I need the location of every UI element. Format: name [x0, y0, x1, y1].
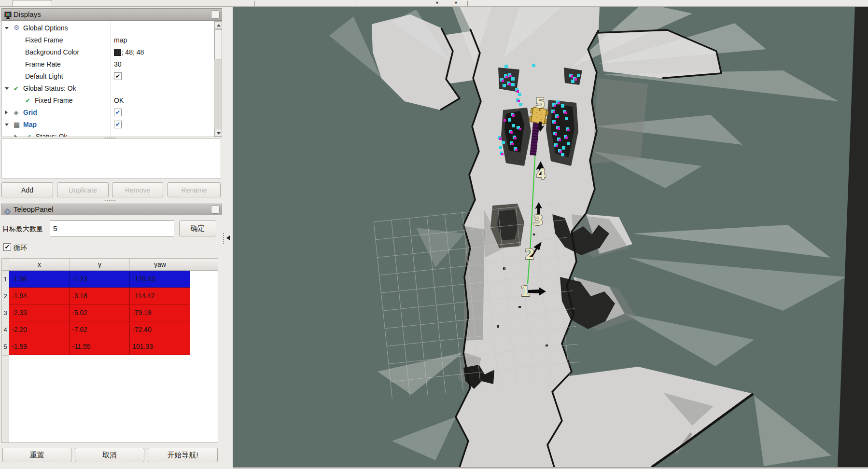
pose-trail: [533, 122, 536, 155]
triangle-up-icon: [217, 24, 221, 27]
tree-row-background-color[interactable]: Background Color 48; 48; 48: [2, 46, 213, 58]
rviz-3d-viewport[interactable]: 1 2 3 4 5: [233, 7, 868, 467]
dropdown-caret-icon[interactable]: ▼: [454, 0, 458, 6]
property-label: Frame Rate: [25, 58, 61, 70]
cell-y[interactable]: -1.23: [70, 271, 130, 288]
expander-down-icon[interactable]: [5, 124, 9, 126]
scroll-down-button[interactable]: [214, 129, 222, 137]
cell-x[interactable]: -2.20: [9, 321, 70, 338]
duplicate-button[interactable]: Duplicate: [57, 182, 109, 197]
table-row[interactable]: -2.33 -5.02 -79.18: [9, 304, 190, 321]
property-value[interactable]: map: [114, 34, 127, 46]
loop-label: 循环: [14, 244, 27, 252]
tree-row-grid[interactable]: ◈ Grid ✔: [2, 107, 213, 119]
confirm-button[interactable]: 确定: [179, 221, 216, 236]
column-header-yaw[interactable]: yaw: [130, 259, 190, 270]
tree-row-frame-rate[interactable]: Frame Rate 30: [2, 58, 213, 70]
column-header-y[interactable]: y: [70, 259, 130, 270]
row-header[interactable]: 2: [2, 288, 9, 304]
table-row[interactable]: -1.98 -1.23 -170.43: [9, 271, 190, 288]
table-row[interactable]: -1.94 -3.18 -114.42: [9, 288, 190, 304]
displays-property-tree: ⚙ Global Options Fixed Frame map Backgro…: [1, 21, 222, 137]
property-label: Default Light: [25, 70, 63, 83]
waypoint-label-5: 5: [535, 94, 546, 111]
displays-panel-float-button[interactable]: [211, 10, 220, 19]
cell-x[interactable]: -2.33: [9, 304, 70, 321]
rename-button[interactable]: Rename: [168, 182, 221, 197]
tree-row-default-light[interactable]: Default Light ✔: [2, 70, 213, 83]
tree-row-map[interactable]: ▦ Map ✔: [2, 119, 213, 131]
cell-y[interactable]: -11.55: [70, 338, 130, 355]
expander-down-icon[interactable]: [5, 27, 9, 29]
cell-yaw[interactable]: -72.40: [130, 321, 190, 338]
expander-right-icon[interactable]: [5, 110, 8, 114]
cell-yaw[interactable]: -170.43: [130, 271, 190, 288]
tree-row-global-options[interactable]: ⚙ Global Options: [2, 22, 213, 34]
max-targets-input[interactable]: [50, 221, 174, 236]
cell-y[interactable]: -5.02: [70, 304, 130, 321]
checkbox-checked[interactable]: ✔: [114, 109, 122, 116]
cancel-button[interactable]: 取消: [75, 448, 144, 462]
cell-x[interactable]: -1.98: [9, 271, 70, 288]
cell-x[interactable]: -1.94: [9, 288, 70, 304]
viewport-dark-edge: [838, 7, 868, 467]
property-label: Fixed Frame: [35, 95, 73, 107]
remove-button[interactable]: Remove: [112, 182, 163, 197]
triangle-down-icon: [217, 132, 221, 135]
waypoint-label-3: 3: [533, 211, 544, 229]
tree-row-map-status-partial[interactable]: ✔ Status: Ok: [2, 131, 213, 137]
dropdown-caret-icon[interactable]: ▼: [435, 0, 439, 6]
expander-right-icon[interactable]: [14, 135, 17, 137]
row-header[interactable]: 1: [2, 271, 9, 288]
row-header[interactable]: 5: [2, 338, 9, 355]
splitter-handle[interactable]: [105, 200, 117, 201]
toolbar-sliver: ▼ ▼: [0, 0, 868, 7]
max-targets-label: 目标最大数量: [2, 225, 43, 234]
collapse-panel-arrow-icon[interactable]: [226, 235, 230, 240]
tree-row-global-status[interactable]: ✔ Global Status: Ok: [2, 83, 213, 95]
row-header-empty: [2, 355, 9, 442]
checkbox-checked[interactable]: ✔: [114, 121, 122, 128]
cell-yaw[interactable]: -114.42: [130, 288, 190, 304]
tree-row-fixed-frame-status[interactable]: ✔ Fixed Frame OK: [2, 95, 213, 107]
waypoint-label-2: 2: [524, 245, 535, 262]
panel-splitter[interactable]: [223, 233, 224, 244]
displays-empty-area: [1, 138, 221, 179]
teleop-panel-float-button[interactable]: [211, 205, 220, 214]
table-row[interactable]: -1.59 -11.55 101.33: [9, 338, 190, 355]
property-value[interactable]: 48; 48; 48: [114, 46, 144, 58]
cell-x[interactable]: -1.59: [9, 338, 70, 355]
row-header[interactable]: 4: [2, 321, 9, 338]
display-name: Map: [23, 119, 37, 131]
status-ok-check-icon: ✔: [14, 83, 19, 95]
scroll-up-button[interactable]: [214, 21, 222, 29]
property-label: Status: Ok: [36, 131, 67, 137]
column-header-x[interactable]: x: [10, 259, 70, 270]
table-row[interactable]: -2.20 -7.62 -72.40: [9, 321, 190, 338]
property-value: OK: [114, 95, 124, 107]
row-header[interactable]: 3: [2, 304, 9, 321]
cell-yaw[interactable]: 101.33: [130, 338, 190, 355]
checkbox-checked[interactable]: ✔: [114, 72, 122, 80]
displays-panel-titlebar[interactable]: Displays: [1, 8, 222, 21]
toolbar-separator: [254, 1, 255, 6]
tree-row-fixed-frame[interactable]: Fixed Frame map: [2, 34, 213, 46]
loop-checkbox-checked[interactable]: ✔: [3, 243, 11, 251]
toolbar-tab-fragment[interactable]: [12, 0, 52, 6]
cell-y[interactable]: -3.18: [70, 288, 130, 304]
property-value[interactable]: 30: [114, 58, 122, 70]
teleop-panel-icon: [4, 207, 11, 218]
start-navigation-button[interactable]: 开始导航!: [148, 448, 218, 462]
expander-down-icon[interactable]: [5, 87, 9, 90]
reset-button[interactable]: 重置: [2, 448, 71, 462]
cell-y[interactable]: -7.62: [70, 321, 130, 338]
waypoint-table: x y yaw 1 2 3 4 5 -1.98 -1.23 -170.43 -1…: [1, 258, 218, 443]
property-label: Global Status: Ok: [23, 83, 76, 95]
displays-scrollbar[interactable]: [214, 21, 222, 137]
displays-panel-title: Displays: [14, 10, 41, 18]
scrollbar-thumb[interactable]: [214, 29, 222, 59]
add-button[interactable]: Add: [1, 182, 53, 197]
cell-yaw[interactable]: -79.18: [130, 304, 190, 321]
property-label: Global Options: [23, 22, 68, 34]
teleop-panel-titlebar[interactable]: TeleopPanel: [1, 204, 222, 215]
